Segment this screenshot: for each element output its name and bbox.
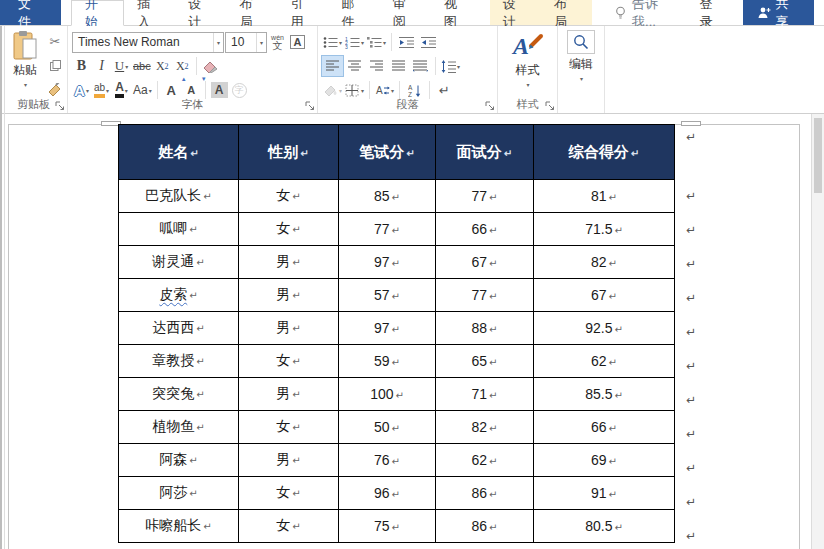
styles-dropdown-arrow[interactable]: ▾ <box>526 81 529 88</box>
table-cell[interactable]: 突突兔↵ <box>119 378 239 411</box>
table-cell[interactable]: 100↵ <box>339 378 436 411</box>
table-cell[interactable]: 阿森↵ <box>119 444 239 477</box>
table-cell[interactable]: 皮索↵ <box>119 279 239 312</box>
table-header-cell[interactable]: 笔试分↵ <box>339 125 436 180</box>
line-spacing-button[interactable]: ▾ <box>440 56 461 76</box>
subscript-button[interactable]: X2 <box>153 56 172 76</box>
decrease-indent-button[interactable] <box>396 32 417 52</box>
table-cell[interactable]: 92.5↵ <box>534 312 675 345</box>
copy-button[interactable] <box>46 56 64 74</box>
table-cell[interactable]: 女↵ <box>239 213 339 246</box>
phonetic-guide-button[interactable]: wén文 <box>268 32 287 52</box>
table-cell[interactable]: 86↵ <box>436 477 534 510</box>
table-cell[interactable]: 77↵ <box>436 279 534 312</box>
character-border-button[interactable]: A <box>288 32 307 52</box>
tab-view[interactable]: 视图 <box>431 0 482 25</box>
vertical-scrollbar[interactable] <box>811 114 824 549</box>
table-cell[interactable]: 71↵ <box>436 378 534 411</box>
table-cell[interactable]: 巴克队长↵ <box>119 180 239 213</box>
table-cell[interactable]: 97↵ <box>339 312 436 345</box>
font-dialog-launcher[interactable] <box>305 101 315 111</box>
font-name-dropdown-arrow[interactable]: ▾ <box>213 33 223 52</box>
table-header-cell[interactable]: 综合得分↵ <box>534 125 675 180</box>
sign-in-button[interactable]: 登录 <box>690 0 735 25</box>
table-cell[interactable]: 女↵ <box>239 345 339 378</box>
table-cell[interactable]: 女↵ <box>239 477 339 510</box>
table-cell[interactable]: 71.5↵ <box>534 213 675 246</box>
table-cell[interactable]: 67↵ <box>534 279 675 312</box>
table-cell[interactable]: 章教授↵ <box>119 345 239 378</box>
tab-file[interactable]: 文件 <box>0 0 61 25</box>
table-cell[interactable]: 57↵ <box>339 279 436 312</box>
table-cell[interactable]: 96↵ <box>339 477 436 510</box>
table-cell[interactable]: 呱唧↵ <box>119 213 239 246</box>
superscript-button[interactable]: X2 <box>173 56 192 76</box>
table-cell[interactable]: 77↵ <box>436 180 534 213</box>
table-cell[interactable]: 男↵ <box>239 246 339 279</box>
table-cell[interactable]: 女↵ <box>239 180 339 213</box>
table-cell[interactable]: 77↵ <box>339 213 436 246</box>
table-cell[interactable]: 69↵ <box>534 444 675 477</box>
table-cell[interactable]: 82↵ <box>436 411 534 444</box>
table-cell[interactable]: 62↵ <box>534 345 675 378</box>
table-cell[interactable]: 男↵ <box>239 279 339 312</box>
table-cell[interactable]: 男↵ <box>239 378 339 411</box>
table-cell[interactable]: 75↵ <box>339 510 436 543</box>
table-cell[interactable]: 植物鱼↵ <box>119 411 239 444</box>
table-cell[interactable]: 50↵ <box>339 411 436 444</box>
styles-button[interactable]: A 样式 ▾ <box>498 30 557 88</box>
scrollbar-thumb[interactable] <box>814 118 822 193</box>
styles-dialog-launcher[interactable] <box>545 101 555 111</box>
table-cell[interactable]: 女↵ <box>239 510 339 543</box>
table-cell[interactable]: 82↵ <box>534 246 675 279</box>
tab-layout[interactable]: 布局 <box>226 0 277 25</box>
table-cell[interactable]: 66↵ <box>436 213 534 246</box>
table-header-cell[interactable]: 性别↵ <box>239 125 339 180</box>
italic-button[interactable]: I <box>92 56 111 76</box>
editing-dropdown-arrow[interactable]: ▾ <box>580 75 583 82</box>
align-left-button[interactable] <box>322 56 343 76</box>
font-size-dropdown-arrow[interactable]: ▾ <box>256 33 266 52</box>
distribute-button[interactable] <box>410 56 431 76</box>
tab-design[interactable]: 设计 <box>175 0 226 25</box>
cut-button[interactable]: ✂ <box>46 32 64 50</box>
clear-formatting-button[interactable] <box>201 56 220 76</box>
paragraph-dialog-launcher[interactable] <box>485 101 495 111</box>
table-cell[interactable]: 85.5↵ <box>534 378 675 411</box>
table-cell[interactable]: 谢灵通↵ <box>119 246 239 279</box>
table-cell[interactable]: 59↵ <box>339 345 436 378</box>
bold-button[interactable]: B <box>72 56 91 76</box>
tab-review[interactable]: 审阅 <box>380 0 431 25</box>
tab-references[interactable]: 引用 <box>277 0 328 25</box>
justify-button[interactable] <box>388 56 409 76</box>
share-button[interactable]: 共享 <box>743 0 814 25</box>
table-cell[interactable]: 男↵ <box>239 312 339 345</box>
table-cell[interactable]: 86↵ <box>436 510 534 543</box>
table-cell[interactable]: 80.5↵ <box>534 510 675 543</box>
clipboard-dialog-launcher[interactable] <box>55 101 65 111</box>
table-cell[interactable]: 咔嚓船长↵ <box>119 510 239 543</box>
editing-button[interactable]: 编辑 ▾ <box>558 30 604 82</box>
table-cell[interactable]: 阿莎↵ <box>119 477 239 510</box>
increase-indent-button[interactable] <box>418 32 439 52</box>
tab-insert[interactable]: 插入 <box>124 0 175 25</box>
table-cell[interactable]: 97↵ <box>339 246 436 279</box>
tab-mailings[interactable]: 邮件 <box>329 0 380 25</box>
tab-home[interactable]: 开始 <box>71 0 124 26</box>
table-cell[interactable]: 76↵ <box>339 444 436 477</box>
table-header-cell[interactable]: 姓名↵ <box>119 125 239 180</box>
table-cell[interactable]: 62↵ <box>436 444 534 477</box>
multilevel-list-button[interactable]: ▾ <box>366 32 387 52</box>
font-size-combo[interactable]: 10 ▾ <box>225 32 267 53</box>
table-header-cell[interactable]: 面试分↵ <box>436 125 534 180</box>
font-name-combo[interactable]: Times New Roman ▾ <box>72 32 224 53</box>
table-cell[interactable]: 66↵ <box>534 411 675 444</box>
tab-table-tools-design[interactable]: 设计 <box>490 0 541 25</box>
table-cell[interactable]: 91↵ <box>534 477 675 510</box>
table-cell[interactable]: 男↵ <box>239 444 339 477</box>
format-painter-button[interactable] <box>46 80 64 98</box>
table-cell[interactable]: 67↵ <box>436 246 534 279</box>
underline-button[interactable]: U▾ <box>112 56 131 76</box>
align-center-button[interactable] <box>344 56 365 76</box>
paste-dropdown-arrow[interactable]: ▾ <box>24 81 27 88</box>
